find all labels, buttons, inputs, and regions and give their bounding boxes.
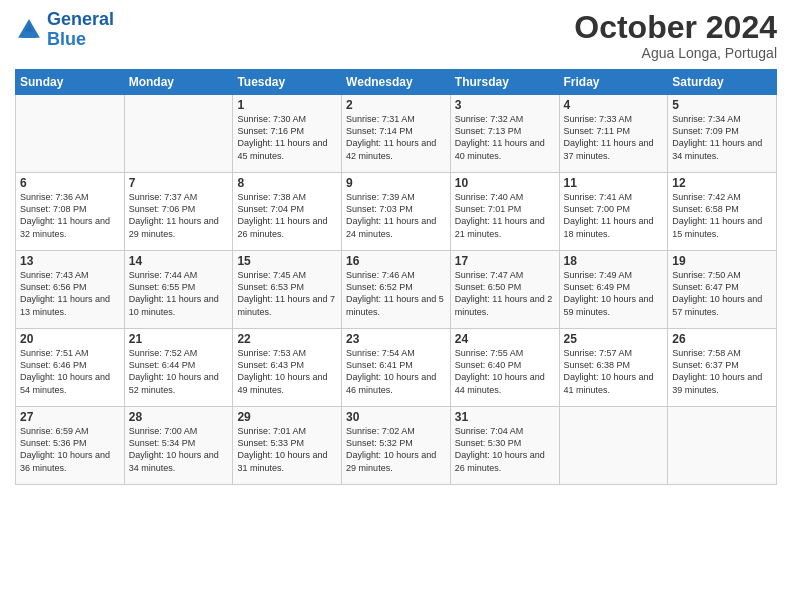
day-info: Sunrise: 7:50 AM Sunset: 6:47 PM Dayligh… (672, 269, 772, 318)
col-friday: Friday (559, 70, 668, 95)
day-info: Sunrise: 7:04 AM Sunset: 5:30 PM Dayligh… (455, 425, 555, 474)
day-info: Sunrise: 7:54 AM Sunset: 6:41 PM Dayligh… (346, 347, 446, 396)
table-row (16, 95, 125, 173)
col-monday: Monday (124, 70, 233, 95)
day-info: Sunrise: 7:51 AM Sunset: 6:46 PM Dayligh… (20, 347, 120, 396)
table-row (668, 407, 777, 485)
day-info: Sunrise: 7:45 AM Sunset: 6:53 PM Dayligh… (237, 269, 337, 318)
day-number: 3 (455, 98, 555, 112)
day-number: 15 (237, 254, 337, 268)
day-info: Sunrise: 7:39 AM Sunset: 7:03 PM Dayligh… (346, 191, 446, 240)
table-row: 4Sunrise: 7:33 AM Sunset: 7:11 PM Daylig… (559, 95, 668, 173)
logo-icon (15, 16, 43, 44)
day-number: 22 (237, 332, 337, 346)
location-subtitle: Agua Longa, Portugal (574, 45, 777, 61)
day-number: 8 (237, 176, 337, 190)
day-number: 2 (346, 98, 446, 112)
day-number: 1 (237, 98, 337, 112)
day-number: 10 (455, 176, 555, 190)
col-saturday: Saturday (668, 70, 777, 95)
day-number: 4 (564, 98, 664, 112)
calendar-week-row: 13Sunrise: 7:43 AM Sunset: 6:56 PM Dayli… (16, 251, 777, 329)
header: General Blue October 2024 Agua Longa, Po… (15, 10, 777, 61)
calendar-week-row: 27Sunrise: 6:59 AM Sunset: 5:36 PM Dayli… (16, 407, 777, 485)
col-tuesday: Tuesday (233, 70, 342, 95)
calendar-header-row: Sunday Monday Tuesday Wednesday Thursday… (16, 70, 777, 95)
calendar-week-row: 20Sunrise: 7:51 AM Sunset: 6:46 PM Dayli… (16, 329, 777, 407)
table-row: 20Sunrise: 7:51 AM Sunset: 6:46 PM Dayli… (16, 329, 125, 407)
day-number: 27 (20, 410, 120, 424)
title-block: October 2024 Agua Longa, Portugal (574, 10, 777, 61)
day-info: Sunrise: 7:01 AM Sunset: 5:33 PM Dayligh… (237, 425, 337, 474)
day-info: Sunrise: 7:44 AM Sunset: 6:55 PM Dayligh… (129, 269, 229, 318)
day-number: 18 (564, 254, 664, 268)
day-info: Sunrise: 7:49 AM Sunset: 6:49 PM Dayligh… (564, 269, 664, 318)
day-number: 23 (346, 332, 446, 346)
table-row: 13Sunrise: 7:43 AM Sunset: 6:56 PM Dayli… (16, 251, 125, 329)
col-wednesday: Wednesday (342, 70, 451, 95)
day-number: 7 (129, 176, 229, 190)
calendar-week-row: 6Sunrise: 7:36 AM Sunset: 7:08 PM Daylig… (16, 173, 777, 251)
day-info: Sunrise: 7:58 AM Sunset: 6:37 PM Dayligh… (672, 347, 772, 396)
table-row: 28Sunrise: 7:00 AM Sunset: 5:34 PM Dayli… (124, 407, 233, 485)
day-info: Sunrise: 7:47 AM Sunset: 6:50 PM Dayligh… (455, 269, 555, 318)
day-info: Sunrise: 7:00 AM Sunset: 5:34 PM Dayligh… (129, 425, 229, 474)
day-info: Sunrise: 7:31 AM Sunset: 7:14 PM Dayligh… (346, 113, 446, 162)
table-row: 2Sunrise: 7:31 AM Sunset: 7:14 PM Daylig… (342, 95, 451, 173)
table-row: 29Sunrise: 7:01 AM Sunset: 5:33 PM Dayli… (233, 407, 342, 485)
table-row (124, 95, 233, 173)
table-row: 19Sunrise: 7:50 AM Sunset: 6:47 PM Dayli… (668, 251, 777, 329)
table-row: 15Sunrise: 7:45 AM Sunset: 6:53 PM Dayli… (233, 251, 342, 329)
table-row: 14Sunrise: 7:44 AM Sunset: 6:55 PM Dayli… (124, 251, 233, 329)
day-number: 16 (346, 254, 446, 268)
table-row: 30Sunrise: 7:02 AM Sunset: 5:32 PM Dayli… (342, 407, 451, 485)
day-number: 24 (455, 332, 555, 346)
table-row: 24Sunrise: 7:55 AM Sunset: 6:40 PM Dayli… (450, 329, 559, 407)
table-row: 27Sunrise: 6:59 AM Sunset: 5:36 PM Dayli… (16, 407, 125, 485)
day-number: 6 (20, 176, 120, 190)
table-row: 26Sunrise: 7:58 AM Sunset: 6:37 PM Dayli… (668, 329, 777, 407)
day-number: 21 (129, 332, 229, 346)
day-number: 29 (237, 410, 337, 424)
table-row: 23Sunrise: 7:54 AM Sunset: 6:41 PM Dayli… (342, 329, 451, 407)
table-row: 1Sunrise: 7:30 AM Sunset: 7:16 PM Daylig… (233, 95, 342, 173)
day-info: Sunrise: 7:34 AM Sunset: 7:09 PM Dayligh… (672, 113, 772, 162)
day-number: 25 (564, 332, 664, 346)
day-number: 9 (346, 176, 446, 190)
table-row: 5Sunrise: 7:34 AM Sunset: 7:09 PM Daylig… (668, 95, 777, 173)
day-number: 26 (672, 332, 772, 346)
day-info: Sunrise: 7:02 AM Sunset: 5:32 PM Dayligh… (346, 425, 446, 474)
table-row: 16Sunrise: 7:46 AM Sunset: 6:52 PM Dayli… (342, 251, 451, 329)
day-info: Sunrise: 7:33 AM Sunset: 7:11 PM Dayligh… (564, 113, 664, 162)
table-row: 11Sunrise: 7:41 AM Sunset: 7:00 PM Dayli… (559, 173, 668, 251)
day-info: Sunrise: 7:57 AM Sunset: 6:38 PM Dayligh… (564, 347, 664, 396)
day-info: Sunrise: 7:38 AM Sunset: 7:04 PM Dayligh… (237, 191, 337, 240)
table-row: 7Sunrise: 7:37 AM Sunset: 7:06 PM Daylig… (124, 173, 233, 251)
logo-text: General Blue (47, 10, 114, 50)
table-row: 10Sunrise: 7:40 AM Sunset: 7:01 PM Dayli… (450, 173, 559, 251)
day-info: Sunrise: 7:43 AM Sunset: 6:56 PM Dayligh… (20, 269, 120, 318)
day-number: 19 (672, 254, 772, 268)
day-info: Sunrise: 7:55 AM Sunset: 6:40 PM Dayligh… (455, 347, 555, 396)
table-row: 17Sunrise: 7:47 AM Sunset: 6:50 PM Dayli… (450, 251, 559, 329)
page: General Blue October 2024 Agua Longa, Po… (0, 0, 792, 612)
logo-general: General (47, 9, 114, 29)
day-info: Sunrise: 7:36 AM Sunset: 7:08 PM Dayligh… (20, 191, 120, 240)
table-row: 31Sunrise: 7:04 AM Sunset: 5:30 PM Dayli… (450, 407, 559, 485)
day-info: Sunrise: 6:59 AM Sunset: 5:36 PM Dayligh… (20, 425, 120, 474)
day-number: 13 (20, 254, 120, 268)
day-number: 30 (346, 410, 446, 424)
day-info: Sunrise: 7:46 AM Sunset: 6:52 PM Dayligh… (346, 269, 446, 318)
day-info: Sunrise: 7:40 AM Sunset: 7:01 PM Dayligh… (455, 191, 555, 240)
day-number: 14 (129, 254, 229, 268)
day-number: 11 (564, 176, 664, 190)
col-sunday: Sunday (16, 70, 125, 95)
svg-rect-2 (23, 31, 35, 37)
day-info: Sunrise: 7:30 AM Sunset: 7:16 PM Dayligh… (237, 113, 337, 162)
day-info: Sunrise: 7:52 AM Sunset: 6:44 PM Dayligh… (129, 347, 229, 396)
calendar-table: Sunday Monday Tuesday Wednesday Thursday… (15, 69, 777, 485)
day-info: Sunrise: 7:42 AM Sunset: 6:58 PM Dayligh… (672, 191, 772, 240)
day-info: Sunrise: 7:53 AM Sunset: 6:43 PM Dayligh… (237, 347, 337, 396)
day-number: 20 (20, 332, 120, 346)
logo-blue: Blue (47, 30, 114, 50)
